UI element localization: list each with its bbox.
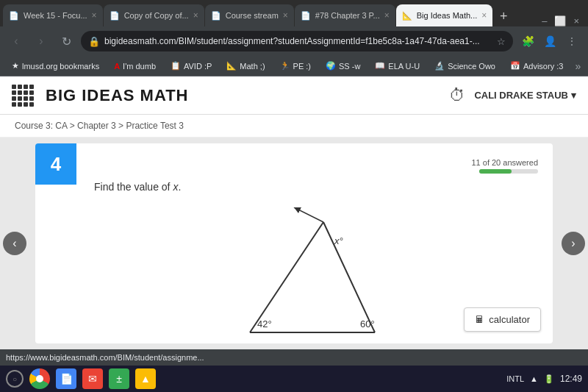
address-text: bigideasmath.com/BIM/student/assignment?… bbox=[104, 36, 492, 46]
page-content: BIG IDEAS MATH ⏱ CALI DRAKE STAUB ▾ Cour… bbox=[0, 76, 588, 349]
secure-icon: 🔒 bbox=[88, 36, 100, 47]
taskbar-time: 12:49 bbox=[560, 374, 582, 384]
tab-title-week15: Week 15 - Focu... bbox=[24, 11, 87, 20]
bim-header-right: ⏱ CALI DRAKE STAUB ▾ bbox=[449, 86, 576, 105]
status-bar: https://www.bigideasmath.com/BIM/student… bbox=[0, 349, 588, 366]
next-arrow-icon: › bbox=[562, 232, 585, 255]
prev-arrow-icon: ‹ bbox=[3, 232, 26, 255]
tab-icon-week15: 📄 bbox=[9, 10, 19, 21]
calculator-label: calculator bbox=[489, 314, 530, 325]
timer-icon: ⏱ bbox=[449, 86, 465, 105]
tab-icon-chapter: 📄 bbox=[301, 10, 311, 21]
profile-button[interactable]: 👤 bbox=[539, 31, 560, 51]
taskbar-drive-icon[interactable]: ▲ bbox=[135, 368, 156, 389]
tab-title-bigideas: Big Ideas Math... bbox=[417, 11, 478, 20]
bookmark-lmusd-label: lmusd.org bookmarks bbox=[22, 62, 99, 71]
bookmark-math-label: Math ;) bbox=[240, 62, 265, 71]
tab-icon-course: 📄 bbox=[211, 10, 221, 21]
taskbar-right: INTL ▲ 🔋 12:49 bbox=[506, 374, 582, 384]
bookmark-science[interactable]: 🔬 Science Owo bbox=[429, 60, 501, 72]
star-icon[interactable]: ☆ bbox=[497, 36, 506, 47]
bim-title: BIG IDEAS MATH bbox=[46, 86, 188, 105]
more-button[interactable]: ⋮ bbox=[562, 31, 582, 51]
address-bar-row: ‹ › ↻ 🔒 bigideasmath.com/BIM/student/ass… bbox=[0, 26, 588, 56]
address-bar[interactable]: 🔒 bigideasmath.com/BIM/student/assignmen… bbox=[81, 31, 513, 51]
breadcrumb: Course 3: CA > Chapter 3 > Practice Test… bbox=[0, 115, 588, 138]
tab-copy[interactable]: 📄 Copy of Copy of... × bbox=[104, 4, 204, 26]
bookmark-pe-label: PE :) bbox=[293, 62, 311, 71]
tab-course[interactable]: 📄 Course stream × bbox=[205, 4, 294, 26]
tab-icon-copy: 📄 bbox=[110, 10, 120, 21]
taskbar-calc-icon[interactable]: ± bbox=[109, 368, 129, 389]
tab-bar: 📄 Week 15 - Focu... × 📄 Copy of Copy of.… bbox=[0, 0, 588, 26]
back-button[interactable]: ‹ bbox=[6, 31, 26, 51]
question-number: 4 bbox=[35, 143, 76, 185]
taskbar-chrome-icon[interactable] bbox=[29, 368, 50, 389]
bookmarks-bar: ★ lmusd.org bookmarks A I'm dumb 📋 AVID … bbox=[0, 56, 588, 76]
bookmark-advisory-label: Advisory :3 bbox=[523, 62, 563, 71]
address-icons: ☆ bbox=[497, 36, 506, 47]
tab-close-week15[interactable]: × bbox=[92, 10, 97, 21]
bookmark-lmusd[interactable]: ★ lmusd.org bookmarks bbox=[6, 60, 105, 72]
taskbar-gmail-icon[interactable]: ✉ bbox=[82, 368, 103, 389]
bookmark-avid[interactable]: 📋 AVID :P bbox=[165, 60, 218, 72]
content-panel: 4 11 of 20 answered Find the value of x. bbox=[35, 143, 553, 343]
extensions-button[interactable]: 🧩 bbox=[517, 31, 538, 51]
bookmark-pe[interactable]: 🏃 PE :) bbox=[274, 60, 317, 72]
bim-header: BIG IDEAS MATH ⏱ CALI DRAKE STAUB ▾ bbox=[0, 76, 588, 115]
triangle-svg: x° 42° 60° bbox=[228, 207, 404, 343]
taskbar-intl: INTL bbox=[506, 374, 524, 383]
user-dropdown-icon: ▾ bbox=[571, 90, 576, 101]
tab-title-copy: Copy of Copy of... bbox=[124, 11, 189, 20]
next-button[interactable]: › bbox=[559, 138, 588, 349]
bookmark-advisory[interactable]: 📅 Advisory :3 bbox=[504, 60, 569, 72]
tab-title-chapter: #78 Chapter 3 P... bbox=[315, 11, 380, 20]
question-text: Find the value of x. bbox=[94, 181, 538, 193]
calculator-icon: 🖩 bbox=[475, 314, 484, 325]
tab-chapter[interactable]: 📄 #78 Chapter 3 P... × bbox=[295, 4, 395, 26]
main-content: ‹ 4 11 of 20 answered Find the value of … bbox=[0, 138, 588, 349]
progress-bar-fill bbox=[479, 169, 512, 174]
progress-bar-bg bbox=[479, 169, 538, 174]
tab-bigideas[interactable]: 📐 Big Ideas Math... × bbox=[396, 4, 493, 26]
forward-button[interactable]: › bbox=[31, 31, 51, 51]
bim-logo-grid bbox=[12, 85, 34, 107]
bookmark-avid-label: AVID :P bbox=[184, 62, 212, 71]
bookmark-ss-label: SS -w bbox=[339, 62, 360, 71]
tab-icon-bigideas: 📐 bbox=[402, 10, 412, 21]
bookmarks-more-button[interactable]: » bbox=[572, 60, 584, 72]
bookmark-imdumb-label: I'm dumb bbox=[123, 62, 156, 71]
tab-title-course: Course stream bbox=[226, 11, 279, 20]
svg-line-1 bbox=[250, 222, 323, 332]
svg-text:42°: 42° bbox=[257, 318, 272, 329]
tab-week15[interactable]: 📄 Week 15 - Focu... × bbox=[3, 4, 103, 26]
tab-close-copy[interactable]: × bbox=[193, 10, 198, 21]
toolbar-icons: 🧩 👤 ⋮ bbox=[517, 31, 582, 51]
status-url: https://www.bigideasmath.com/BIM/student… bbox=[6, 353, 582, 362]
bookmark-math[interactable]: 📐 Math ;) bbox=[220, 60, 270, 72]
tab-close-course[interactable]: × bbox=[283, 10, 288, 21]
svg-line-0 bbox=[294, 207, 323, 222]
bookmark-science-label: Science Owo bbox=[448, 62, 495, 71]
taskbar: ○ 📄 ✉ ± ▲ INTL ▲ 🔋 12:49 bbox=[0, 366, 588, 392]
bookmark-ela-label: ELA U-U bbox=[388, 62, 420, 71]
reload-button[interactable]: ↻ bbox=[56, 31, 76, 51]
new-tab-button[interactable]: + bbox=[493, 6, 514, 26]
battery-icon: 🔋 bbox=[544, 374, 554, 384]
svg-text:60°: 60° bbox=[360, 318, 375, 329]
progress-label: 11 of 20 answered bbox=[471, 158, 538, 167]
calculator-button[interactable]: 🖩 calculator bbox=[464, 307, 541, 332]
bookmark-ela[interactable]: 📖 ELA U-U bbox=[369, 60, 426, 72]
taskbar-docs-icon[interactable]: 📄 bbox=[56, 368, 76, 389]
wifi-icon: ▲ bbox=[530, 374, 538, 383]
tab-close-bigideas[interactable]: × bbox=[481, 10, 487, 21]
prev-button[interactable]: ‹ bbox=[0, 138, 29, 349]
bookmark-ss[interactable]: 🌍 SS -w bbox=[320, 60, 366, 72]
progress-area: 11 of 20 answered bbox=[94, 158, 538, 174]
window-controls: – ⬜ × bbox=[536, 15, 585, 26]
svg-text:x°: x° bbox=[334, 235, 343, 246]
user-name[interactable]: CALI DRAKE STAUB ▾ bbox=[474, 90, 576, 101]
bookmark-imdumb[interactable]: A I'm dumb bbox=[108, 60, 162, 72]
tab-close-chapter[interactable]: × bbox=[384, 10, 390, 21]
taskbar-mic-icon: ○ bbox=[6, 370, 24, 388]
